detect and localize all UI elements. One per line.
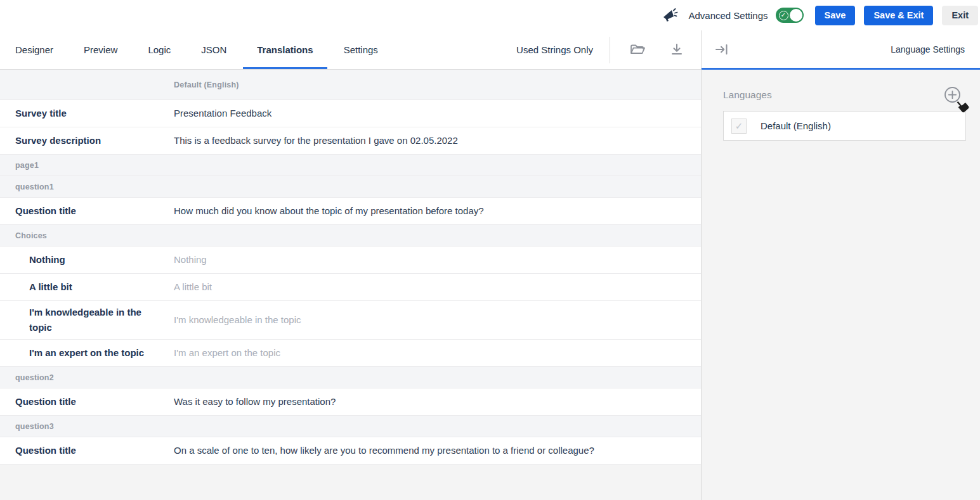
string-label: Survey title	[0, 106, 174, 121]
translation-value-cell[interactable]: Nothing	[174, 253, 701, 267]
top-toolbar: Advanced Settings ✓ Save Save & Exit Exi…	[0, 0, 980, 30]
export-button[interactable]	[667, 40, 687, 60]
tab-preview[interactable]: Preview	[70, 30, 131, 69]
toolbar-divider	[610, 37, 610, 63]
language-settings-sidebar: Language Settings Languages ✓Default (En…	[702, 30, 980, 500]
tab-bar-tabs: DesignerPreviewLogicJSONTranslationsSett…	[1, 30, 395, 69]
translation-value-cell[interactable]: I'm knowledgeable in the topic	[174, 313, 701, 328]
translation-value-cell[interactable]: Was it easy to follow my presentation?	[174, 395, 701, 409]
translation-row: Question titleWas it easy to follow my p…	[0, 388, 701, 416]
collapse-sidebar-button[interactable]	[714, 42, 729, 57]
section-row: question2	[0, 367, 701, 388]
tab-json[interactable]: JSON	[187, 30, 240, 69]
string-label: Question title	[0, 443, 174, 458]
translation-row: Question titleHow much did you know abou…	[0, 198, 701, 225]
sidebar-title: Language Settings	[891, 44, 965, 54]
language-list: ✓Default (English)	[723, 111, 966, 141]
section-label: question1	[0, 183, 54, 191]
translation-row: A little bitA little bit	[0, 274, 701, 301]
languages-label: Languages	[723, 89, 772, 101]
tab-bar-actions: Used Strings Only	[516, 30, 701, 69]
folder-open-icon	[629, 42, 646, 58]
download-icon	[669, 42, 684, 58]
tab-logic[interactable]: Logic	[134, 30, 185, 69]
section-label: Choices	[0, 231, 47, 240]
translation-row: Question titleOn a scale of one to ten, …	[0, 437, 701, 465]
megaphone-icon	[662, 7, 678, 23]
advanced-settings-label: Advanced Settings	[688, 10, 768, 21]
exit-button[interactable]: Exit	[942, 6, 978, 25]
mouse-cursor-pointer	[953, 98, 970, 115]
string-label: Nothing	[0, 252, 174, 267]
tab-translations[interactable]: Translations	[243, 30, 327, 69]
translation-row: I'm an expert on the topicI'm an expert …	[0, 340, 701, 367]
content-pane: DesignerPreviewLogicJSONTranslationsSett…	[0, 30, 702, 500]
section-row: question1	[0, 176, 701, 198]
translation-value-cell[interactable]: I'm an expert on the topic	[174, 346, 701, 361]
section-label: question2	[0, 373, 54, 382]
translations-table: Default (English) Survey titlePresentati…	[0, 70, 701, 465]
translation-value-cell[interactable]: How much did you know about the topic of…	[174, 204, 701, 219]
string-label: I'm knowledgeable in the topic	[0, 305, 174, 335]
language-item-label: Default (English)	[761, 120, 831, 131]
section-row: page1	[0, 155, 701, 176]
save-button[interactable]: Save	[815, 6, 856, 25]
language-column-header: Default (English)	[174, 80, 701, 89]
advanced-settings-toggle[interactable]: ✓	[776, 8, 804, 23]
section-row: Choices	[0, 225, 701, 247]
languages-header: Languages	[723, 86, 966, 103]
main-area: DesignerPreviewLogicJSONTranslationsSett…	[0, 30, 980, 500]
section-row: question3	[0, 416, 701, 437]
sidebar-body: Languages ✓Default (English)	[702, 70, 980, 141]
translation-row: Survey descriptionThis is a feedback sur…	[0, 127, 701, 155]
section-label: question3	[0, 422, 54, 431]
tab-settings[interactable]: Settings	[330, 30, 392, 69]
translation-row: NothingNothing	[0, 247, 701, 274]
sidebar-header: Language Settings	[702, 30, 980, 70]
table-rows: Survey titlePresentation FeedbackSurvey …	[0, 100, 701, 465]
save-exit-button[interactable]: Save & Exit	[864, 6, 933, 25]
string-label: A little bit	[0, 279, 174, 295]
table-header-row: Default (English)	[0, 70, 701, 100]
translation-row: I'm knowledgeable in the topicI'm knowle…	[0, 301, 701, 340]
translation-value-cell[interactable]: Presentation Feedback	[174, 106, 701, 121]
arrow-to-bar-icon	[714, 42, 729, 57]
translation-value-cell[interactable]: This is a feedback survey for the presen…	[174, 134, 701, 148]
tab-bar: DesignerPreviewLogicJSONTranslationsSett…	[0, 30, 701, 70]
translation-value-cell[interactable]: A little bit	[174, 280, 701, 295]
import-button[interactable]	[627, 40, 649, 60]
check-icon: ✓	[779, 11, 788, 20]
string-label: Question title	[0, 203, 174, 219]
string-label: Question title	[0, 394, 174, 409]
language-checkbox: ✓	[731, 119, 747, 134]
translation-row: Survey titlePresentation Feedback	[0, 100, 701, 127]
translation-value-cell[interactable]: On a scale of one to ten, how likely are…	[174, 444, 701, 458]
tab-designer[interactable]: Designer	[1, 30, 67, 69]
toggle-knob	[790, 9, 802, 22]
language-item: ✓Default (English)	[723, 111, 966, 141]
string-label: Survey description	[0, 133, 174, 148]
string-label: I'm an expert on the topic	[0, 345, 174, 361]
section-label: page1	[0, 161, 39, 170]
used-strings-only-filter[interactable]: Used Strings Only	[516, 44, 593, 55]
